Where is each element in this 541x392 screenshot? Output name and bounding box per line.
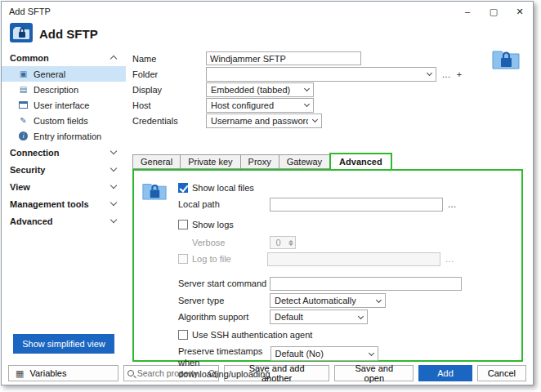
window-title: Add SFTP xyxy=(2,7,51,16)
server-type-combobox[interactable]: Detect Automatically xyxy=(270,293,386,308)
preserve-timestamps-combobox[interactable]: Default (No) xyxy=(270,346,378,361)
sidebar-section-management-tools[interactable]: Management tools xyxy=(2,195,126,212)
general-icon: ▣ xyxy=(18,69,29,78)
log-to-file-checkbox xyxy=(178,254,188,264)
show-local-files-label: Show local files xyxy=(192,183,254,193)
display-row: Display Embedded (tabbed) xyxy=(132,82,525,97)
server-start-command-input[interactable] xyxy=(270,277,462,291)
server-start-command-row: Server start command xyxy=(178,276,515,291)
credentials-row: Credentials Username and password xyxy=(132,113,525,128)
chevron-down-icon xyxy=(110,182,117,189)
add-sftp-dialog: Add SFTP – ▢ ✕ Add SFTP Common xyxy=(1,1,534,385)
credentials-combobox[interactable]: Username and password xyxy=(206,114,322,128)
chevron-down-icon xyxy=(304,101,310,107)
server-type-label: Server type xyxy=(178,296,270,305)
display-combobox[interactable]: Embedded (tabbed) xyxy=(206,82,314,97)
maximize-icon[interactable]: ▢ xyxy=(481,2,507,21)
ssh-agent-checkbox[interactable] xyxy=(178,330,188,340)
close-icon[interactable]: ✕ xyxy=(507,2,533,21)
user-interface-icon xyxy=(18,101,29,109)
chevron-down-icon xyxy=(304,86,310,91)
sidebar-section-advanced[interactable]: Advanced xyxy=(2,212,126,229)
algorithm-support-combobox[interactable]: Default xyxy=(270,310,368,324)
local-path-input[interactable] xyxy=(270,198,443,212)
chevron-down-icon xyxy=(358,313,364,318)
tab-strip: General Private key Proxy Gateway Advanc… xyxy=(132,151,525,169)
folder-combobox[interactable] xyxy=(206,67,436,82)
host-combobox[interactable]: Host configured xyxy=(206,98,314,113)
tab-advanced[interactable]: Advanced xyxy=(329,153,392,171)
variables-button[interactable]: ▦ Variables xyxy=(8,365,118,381)
sidebar-section-view[interactable]: View xyxy=(2,178,126,195)
preserve-timestamps-label: Preserve timestamps when downloading/upl… xyxy=(178,346,270,380)
add-button[interactable]: Add xyxy=(418,365,472,381)
show-local-files-row: Show local files xyxy=(178,180,515,195)
sidebar-item-description[interactable]: ▤ Description xyxy=(2,82,126,97)
sidebar-section-connection[interactable]: Connection xyxy=(2,144,126,161)
show-logs-checkbox[interactable] xyxy=(178,220,188,229)
spinner-arrows-icon xyxy=(286,240,295,246)
folder-row: Folder … + xyxy=(132,66,525,82)
name-label: Name xyxy=(132,54,206,64)
titlebar[interactable]: Add SFTP – ▢ ✕ xyxy=(2,2,533,21)
log-to-file-input xyxy=(267,252,440,266)
sidebar: Common ▣ General ▤ Description User inte… xyxy=(2,46,126,362)
advanced-form: Show local files Local path … Show logs xyxy=(178,180,515,355)
chevron-down-icon xyxy=(110,165,117,172)
server-start-command-label: Server start command xyxy=(178,278,270,288)
chevron-down-icon xyxy=(427,70,432,76)
name-input[interactable] xyxy=(206,51,361,65)
log-to-file-browse-button: … xyxy=(443,252,456,265)
sidebar-item-entry-information[interactable]: i Entry information xyxy=(2,128,126,144)
minimize-icon[interactable]: – xyxy=(454,2,481,21)
sidebar-item-custom-fields[interactable]: ✎ Custom fields xyxy=(2,113,126,128)
sidebar-section-security[interactable]: Security xyxy=(2,161,126,178)
description-icon: ▤ xyxy=(18,85,29,94)
display-label: Display xyxy=(132,85,206,95)
sidebar-item-general[interactable]: ▣ General xyxy=(2,66,126,82)
preserve-timestamps-row: Preserve timestamps when downloading/upl… xyxy=(178,346,515,361)
verbose-label: Verbose xyxy=(178,238,270,247)
chevron-down-icon xyxy=(110,216,117,223)
main-panel: Name Folder … + Display Embedded (tabbed… xyxy=(126,46,533,362)
folder-browse-button[interactable]: … xyxy=(440,68,453,81)
tab-gateway[interactable]: Gateway xyxy=(279,154,330,169)
tab-private-key[interactable]: Private key xyxy=(180,154,240,169)
server-type-row: Server type Detect Automatically xyxy=(178,293,515,308)
sidebar-section-common[interactable]: Common xyxy=(2,49,126,66)
page-title: Add SFTP xyxy=(39,27,98,41)
chevron-down-icon xyxy=(376,296,382,302)
credentials-label: Credentials xyxy=(132,116,206,126)
custom-fields-icon: ✎ xyxy=(18,116,29,125)
folder-label: Folder xyxy=(132,69,206,79)
verbose-row: Verbose 0 xyxy=(178,235,515,250)
sftp-folder-lock-icon xyxy=(492,47,520,72)
show-local-files-checkbox[interactable] xyxy=(178,183,188,193)
sidebar-item-user-interface[interactable]: User interface xyxy=(2,97,126,113)
window-controls: – ▢ ✕ xyxy=(454,2,533,21)
panel-icon-column xyxy=(142,180,178,355)
cancel-button[interactable]: Cancel xyxy=(477,365,526,381)
ssh-agent-label: Use SSH authentication agent xyxy=(192,330,312,340)
show-logs-row: Show logs xyxy=(178,217,515,232)
chevron-up-icon xyxy=(110,56,117,62)
save-and-open-button[interactable]: Save and open xyxy=(334,365,414,381)
log-to-file-row: Log to file … xyxy=(178,252,515,266)
log-to-file-label: Log to file xyxy=(192,254,267,264)
show-simplified-view-button[interactable]: Show simplified view xyxy=(13,334,114,354)
algorithm-support-row: Algorithm support Default xyxy=(178,310,515,324)
dialog-header: Add SFTP xyxy=(2,21,533,46)
tab-proxy[interactable]: Proxy xyxy=(240,154,279,169)
local-path-label: Local path xyxy=(178,199,270,209)
info-icon: i xyxy=(18,131,29,140)
grid-icon: ▦ xyxy=(16,368,24,379)
folder-add-button[interactable]: + xyxy=(453,68,466,81)
algorithm-support-label: Algorithm support xyxy=(178,312,270,322)
local-path-browse-button[interactable]: … xyxy=(445,198,458,211)
search-icon xyxy=(127,370,134,376)
chevron-down-icon xyxy=(110,148,117,154)
host-row: Host Host configured xyxy=(132,97,525,113)
ssh-agent-row: Use SSH authentication agent xyxy=(178,327,515,342)
tab-general[interactable]: General xyxy=(132,154,181,169)
name-row: Name xyxy=(132,51,525,66)
